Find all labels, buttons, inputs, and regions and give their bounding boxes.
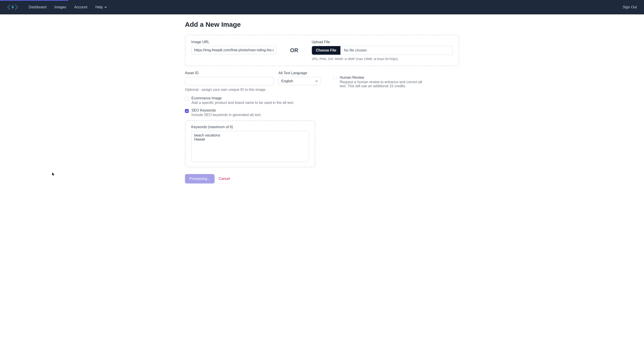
image-url-label: Image URL	[191, 40, 276, 44]
main-navbar: Dashboard Images Account Help Sign Out	[0, 0, 644, 15]
nav-help[interactable]: Help	[96, 5, 108, 9]
upload-file-label: Upload File	[312, 40, 453, 44]
nav-images[interactable]: Images	[54, 5, 66, 9]
keywords-section: Keywords (maximum of 6)	[185, 121, 315, 167]
ecommerce-checkbox[interactable]	[185, 97, 189, 101]
or-divider: OR	[281, 47, 307, 54]
seo-keywords-label: SEO Keywords	[192, 108, 261, 112]
file-format-hint: JPG, PNG, GIF, WebP, or BMP (max 10MB, a…	[312, 57, 453, 61]
image-source-box: Image URL OR Upload File Choose File No …	[185, 35, 459, 66]
cancel-button[interactable]: Cancel	[219, 177, 230, 181]
asset-id-input[interactable]	[185, 77, 274, 86]
human-review-desc: Request a human review to enhance and co…	[340, 80, 428, 88]
submit-button[interactable]: Processing...	[185, 174, 214, 183]
language-label: Alt Text Language	[278, 71, 321, 75]
page-title: Add a New Image	[185, 21, 459, 28]
keywords-textarea[interactable]	[191, 131, 309, 162]
nav-help-label: Help	[96, 5, 103, 9]
logo-icon	[7, 4, 18, 10]
nav-signout[interactable]: Sign Out	[623, 5, 637, 9]
chevron-down-icon	[104, 6, 107, 9]
human-review-label: Human Review	[340, 76, 428, 80]
nav-dashboard[interactable]: Dashboard	[29, 5, 46, 9]
nav-account[interactable]: Account	[74, 5, 88, 9]
file-chosen-text: No file chosen	[340, 46, 370, 55]
ecommerce-label: Ecommerce Image	[192, 96, 294, 100]
language-select[interactable]: English	[278, 77, 321, 85]
file-input-group: Choose File No file chosen	[312, 46, 453, 55]
asset-id-help: Optional - assign your own unique ID to …	[185, 88, 274, 92]
mouse-cursor	[52, 172, 56, 177]
seo-keywords-checkbox[interactable]	[185, 109, 189, 113]
keywords-label: Keywords (maximum of 6)	[191, 125, 309, 129]
loading-progress-bar	[0, 0, 68, 1]
ecommerce-desc: Add a specific product and brand name to…	[192, 101, 294, 105]
app-logo[interactable]	[7, 4, 18, 10]
check-icon	[186, 110, 188, 112]
choose-file-button[interactable]: Choose File	[312, 46, 340, 55]
seo-keywords-desc: Include SEO keywords in generated alt te…	[192, 113, 261, 117]
image-url-input[interactable]	[191, 46, 276, 55]
human-review-checkbox[interactable]	[333, 76, 337, 80]
asset-id-label: Asset ID	[185, 71, 274, 75]
